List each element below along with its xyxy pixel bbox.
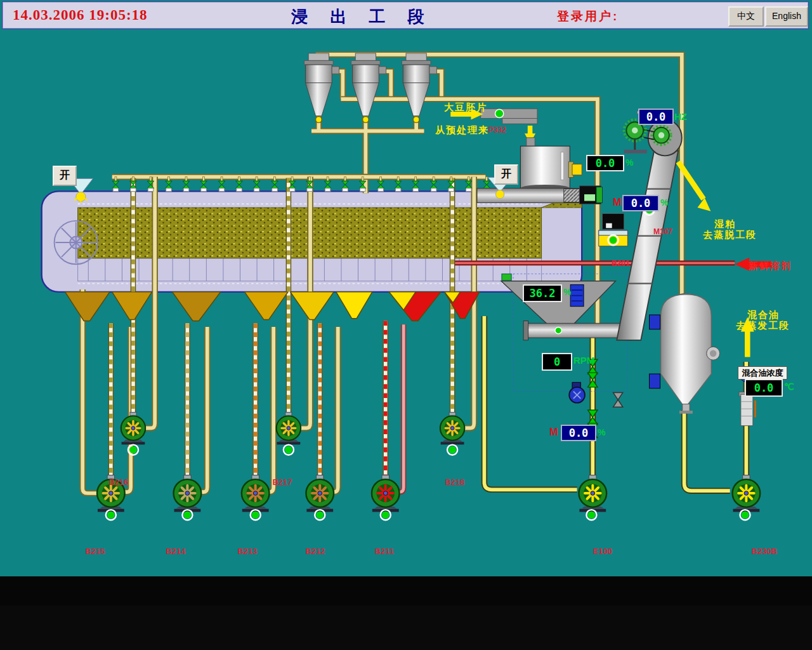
pump-tag-b216: B216 [98, 477, 140, 487]
feeder-conveyor-tag: P332 [488, 126, 506, 135]
header-bar: 14.03.2006 19:05:18 浸 出 工 段 登录用户: 中文 Eng… [2, 1, 809, 29]
datetime: 14.03.2006 19:05:18 [13, 7, 148, 23]
feed-conveyor [481, 109, 537, 124]
outlet-motor-unit: % [598, 427, 605, 437]
sampling-pump [569, 382, 585, 402]
pump-b214[interactable] [174, 475, 202, 521]
open-button-left[interactable]: 开 [53, 166, 77, 186]
pump-e100[interactable] [579, 475, 606, 521]
extractor-level-unit: % [563, 287, 571, 297]
pump-tag-b211: B211 [363, 547, 405, 556]
solvent-tank [650, 293, 720, 413]
extractor-hoppers [65, 292, 480, 321]
cyclone-group [304, 53, 437, 123]
feed-level-unit: % [625, 157, 633, 168]
oil-concentration-unit: ℃ [784, 381, 794, 392]
pump-b230b[interactable] [733, 475, 761, 521]
inlet-motor-unit: % [660, 197, 668, 208]
elevator-tag: M107 [653, 227, 672, 236]
redler-tag: B201 [612, 259, 630, 268]
pump-tag-b230b: B230B [743, 547, 785, 556]
elevator-freq-display: 0.0 [638, 109, 674, 125]
pump-b211[interactable] [372, 475, 400, 521]
pump-tag-b213: B213 [226, 547, 268, 556]
fresh-solvent-label: 新鲜溶剂 [749, 260, 792, 272]
pump-tag-e100: E100 [582, 547, 624, 556]
wet-meal-label-2: 去蒸脱工段 [703, 229, 757, 241]
pump-b218[interactable] [440, 412, 464, 454]
feed-hopper-tank [520, 138, 582, 192]
outlet-motor-display: 0.0 [561, 425, 596, 441]
from-pretreatment-label: 从预处理来 [435, 124, 489, 136]
oil-concentration-display: 0.0 [745, 379, 783, 397]
alarm-panel: 2 14/03/06 下午 06:47:12 209 E140出口溶剂温度高报警… [0, 606, 812, 650]
login-user-label: 登录用户: [557, 8, 619, 25]
pump-tag-b215: B215 [74, 547, 116, 556]
outlet-motor-m: M [549, 427, 558, 438]
pump-tag-b218: B218 [434, 477, 476, 487]
lang-chinese-button[interactable]: 中文 [728, 6, 764, 27]
redler-feeder [599, 213, 628, 246]
extractor-level-display: 36.2 [523, 284, 562, 302]
elevator-freq-unit: HZ [674, 111, 687, 122]
pump-tag-b217: B217 [261, 477, 303, 487]
pump-b216[interactable] [121, 412, 145, 454]
mixed-oil-label-2: 去蒸发工段 [736, 320, 790, 332]
screw-speed-display: 0 [542, 353, 572, 371]
pump-b217[interactable] [277, 412, 301, 454]
pump-b212[interactable] [306, 475, 334, 521]
lang-english-button[interactable]: English [765, 6, 808, 27]
scada-screen: 14.03.2006 19:05:18 浸 出 工 段 登录用户: 中文 Eng… [0, 0, 812, 650]
inlet-motor-m: M [613, 197, 621, 208]
inlet-motor-display: 0.0 [622, 195, 659, 211]
nav-bar: 浸出工段 D.T.D.C 混合油蒸发 溶剂冷凝 水化脱胶 磷脂干燥 辅助工段 报… [0, 576, 812, 606]
pump-tag-b214: B214 [155, 547, 197, 556]
feed-level-display: 0.0 [586, 155, 624, 171]
open-button-right[interactable]: 开 [494, 164, 518, 185]
process-mimic [0, 29, 812, 576]
soybean-flakes-label: 大豆胚片 [444, 102, 487, 114]
mixed-oil-conc-label: 混合油浓度 [738, 366, 787, 380]
screw-conveyor[interactable] [523, 321, 632, 340]
screw-speed-unit: RPM [573, 355, 594, 366]
pump-tag-b212: B212 [294, 547, 336, 556]
page-title: 浸 出 工 段 [291, 6, 433, 28]
